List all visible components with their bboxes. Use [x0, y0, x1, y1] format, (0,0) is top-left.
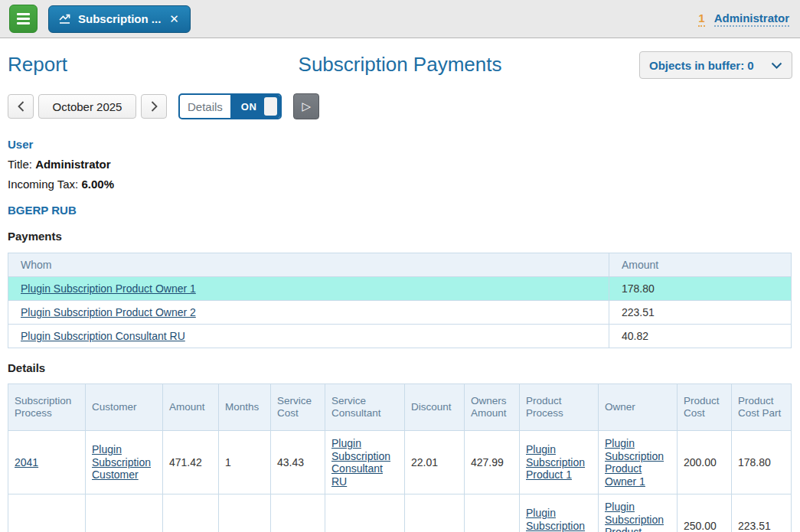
run-report-button[interactable]: ▷	[293, 93, 319, 119]
details-table: Subscription ProcessCustomerAmountMonths…	[8, 383, 792, 532]
objects-in-buffer-dropdown[interactable]: Objects in buffer: 0	[639, 51, 792, 79]
details-column-header: Product Process	[520, 384, 599, 431]
hamburger-icon	[17, 13, 30, 15]
details-cell	[163, 494, 219, 532]
details-cell: 223.51	[732, 494, 792, 532]
details-cell	[219, 494, 271, 532]
details-cell	[325, 494, 405, 532]
payments-heading: Payments	[8, 230, 792, 243]
toggle-knob	[264, 97, 277, 116]
details-cell: 2041	[8, 431, 86, 494]
details-column-header: Discount	[405, 384, 465, 431]
details-cell: 427.99	[465, 431, 520, 494]
tab-subscription-payments[interactable]: Subscription ... ✕	[48, 5, 191, 33]
currency-heading: BGERP RUB	[8, 204, 792, 217]
table-row: Plugin Subscription Product Owner 1178.8…	[8, 277, 792, 301]
details-cell-link[interactable]: 2041	[15, 456, 38, 468]
details-cell: 471.42	[163, 431, 219, 494]
details-cell	[405, 494, 465, 532]
details-toggle-label: Details	[180, 100, 230, 113]
details-cell-link[interactable]: Plugin Subscription Product Owner 1	[605, 437, 664, 488]
details-cell	[8, 494, 86, 532]
topbar: Subscription ... ✕ 1 Administrator	[0, 0, 800, 38]
details-table-body: 2041Plugin Subscription Customer471.4214…	[8, 431, 792, 532]
details-cell: 43.43	[271, 431, 325, 494]
details-column-header: Months	[219, 384, 271, 431]
toggle-on-segment: ON	[230, 93, 281, 119]
details-column-header: Owners Amount	[465, 384, 520, 431]
close-icon[interactable]: ✕	[168, 11, 181, 26]
details-cell-link[interactable]: Plugin Subscription Product 1	[526, 443, 585, 481]
payment-whom-link[interactable]: Plugin Subscription Product Owner 2	[21, 306, 196, 318]
period-button[interactable]: October 2025	[38, 94, 136, 119]
details-cell: Plugin Subscription Consultant RU	[325, 431, 405, 494]
user-section-heading: User	[8, 138, 792, 151]
content: Report Subscription Payments Objects in …	[0, 51, 800, 532]
hamburger-icon	[17, 18, 30, 20]
payment-amount-cell: 223.51	[609, 301, 792, 325]
details-heading: Details	[8, 361, 792, 374]
details-column-header: Service Consultant	[325, 384, 405, 431]
details-column-header: Product Cost Part	[732, 384, 792, 431]
details-cell-link[interactable]: Plugin Subscription Product Owner 2	[605, 501, 664, 532]
details-cell	[465, 494, 520, 532]
topbar-right: 1 Administrator	[698, 0, 789, 38]
details-cell: Plugin Subscription Product 2	[520, 494, 599, 532]
title-label: Title:	[8, 158, 32, 171]
details-header-row: Subscription ProcessCustomerAmountMonths…	[8, 384, 792, 431]
details-cell	[86, 494, 163, 532]
details-cell: 250.00	[678, 494, 732, 532]
app-window: Subscription ... ✕ 1 Administrator Repor…	[0, 0, 800, 532]
payment-amount-cell: 40.82	[609, 325, 792, 348]
play-icon: ▷	[302, 100, 312, 113]
menu-button[interactable]	[9, 5, 38, 33]
details-column-header: Amount	[163, 384, 219, 431]
details-column-header: Product Cost	[678, 384, 732, 431]
buffer-count-badge[interactable]: 1	[698, 11, 704, 27]
details-cell: 1	[219, 431, 271, 494]
details-cell: Plugin Subscription Customer	[86, 431, 163, 494]
table-row: Plugin Subscription Consultant RU40.82	[8, 325, 792, 348]
tab-label: Subscription ...	[78, 12, 161, 25]
details-cell	[271, 494, 325, 532]
title-line: Title: Administrator	[8, 158, 792, 171]
next-period-button[interactable]	[141, 94, 167, 119]
incoming-tax-value: 6.00%	[81, 178, 114, 191]
objects-in-buffer-label: Objects in buffer: 0	[649, 59, 754, 72]
table-row: Plugin Subscription Product 2Plugin Subs…	[8, 494, 792, 532]
details-column-header: Service Cost	[271, 384, 325, 431]
chevron-left-icon	[17, 100, 25, 113]
header-row: Report Subscription Payments Objects in …	[8, 51, 792, 82]
hamburger-icon	[17, 22, 30, 24]
details-cell-link[interactable]: Plugin Subscription Customer	[92, 443, 151, 481]
details-toggle[interactable]: Details ON	[178, 93, 282, 119]
details-cell: Plugin Subscription Product 1	[520, 431, 599, 494]
details-cell-link[interactable]: Plugin Subscription Consultant RU	[331, 437, 390, 488]
prev-period-button[interactable]	[8, 94, 34, 119]
payments-header-row: Whom Amount	[8, 253, 792, 277]
details-cell: Plugin Subscription Product Owner 2	[599, 494, 678, 532]
toolbar: October 2025 Details ON ▷	[8, 93, 792, 119]
details-cell-link[interactable]: Plugin Subscription Product 2	[526, 507, 585, 532]
details-column-header: Customer	[86, 384, 163, 431]
details-cell: 22.01	[405, 431, 465, 494]
payments-table-body: Plugin Subscription Product Owner 1178.8…	[8, 277, 792, 348]
chart-trend-icon	[58, 13, 71, 24]
payment-amount-cell: 178.80	[609, 277, 792, 301]
column-header-whom: Whom	[8, 253, 609, 277]
chevron-right-icon	[150, 100, 158, 113]
payment-whom-link[interactable]: Plugin Subscription Product Owner 1	[21, 282, 196, 295]
incoming-tax-line: Incoming Tax: 6.00%	[8, 178, 792, 191]
table-row: 2041Plugin Subscription Customer471.4214…	[8, 431, 792, 494]
payment-whom-link[interactable]: Plugin Subscription Consultant RU	[21, 330, 185, 342]
details-column-header: Owner	[599, 384, 678, 431]
details-cell: Plugin Subscription Product Owner 1	[599, 431, 678, 494]
details-column-header: Subscription Process	[8, 384, 86, 431]
details-cell: 200.00	[678, 431, 732, 494]
title-value: Administrator	[35, 158, 110, 171]
details-cell: 178.80	[732, 431, 792, 494]
column-header-amount: Amount	[609, 253, 792, 277]
payments-table: Whom Amount Plugin Subscription Product …	[8, 253, 792, 348]
user-menu-link[interactable]: Administrator	[714, 11, 789, 27]
chevron-down-icon	[771, 62, 782, 69]
